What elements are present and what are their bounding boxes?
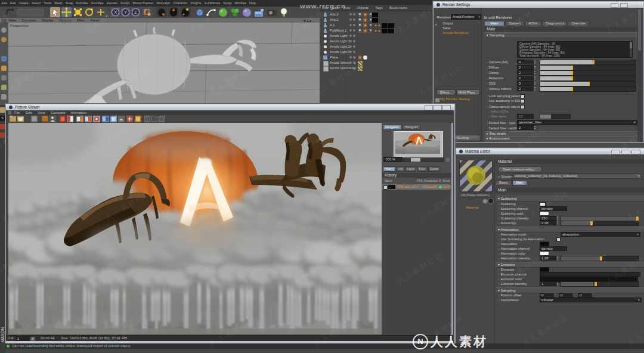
- svg-text:Z: Z: [134, 10, 137, 14]
- svg-text:Y: Y: [124, 10, 127, 14]
- svg-text:X: X: [114, 10, 117, 14]
